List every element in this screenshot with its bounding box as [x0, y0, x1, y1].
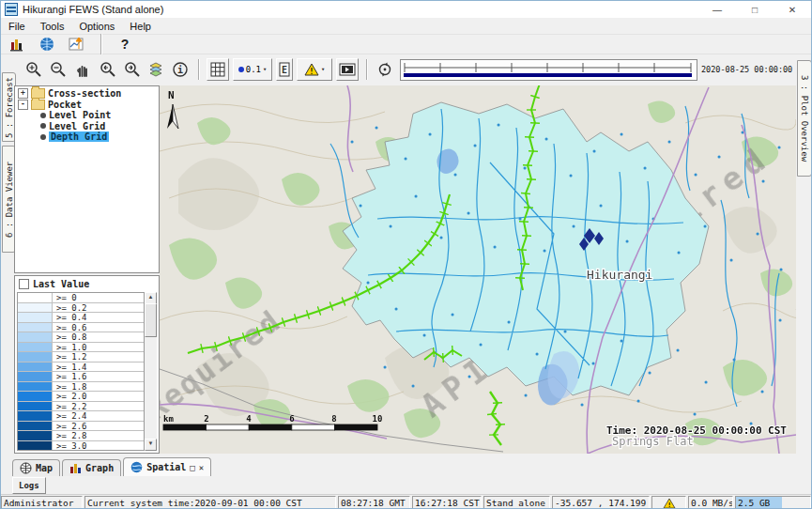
- scale-ruler-button[interactable]: E: [276, 58, 293, 81]
- time-slider[interactable]: [400, 59, 697, 81]
- zoom-next-icon[interactable]: [121, 59, 142, 80]
- timeseries-chart-icon[interactable]: [67, 34, 87, 54]
- legend-label: >= 0.2: [53, 303, 87, 313]
- legend-row[interactable]: >= 1.6: [18, 372, 156, 382]
- legend-row[interactable]: >= 0: [18, 293, 156, 303]
- minimize-button[interactable]: —: [698, 1, 736, 18]
- status-memory: 2.5 GB: [735, 496, 811, 509]
- map-view[interactable]: API Key Required API Key Required: [160, 85, 796, 454]
- status-transfer-rate: 0.0 MB/s: [688, 496, 733, 509]
- info-icon[interactable]: i: [170, 59, 191, 80]
- legend-row[interactable]: >= 1.8: [18, 382, 156, 393]
- bullet-icon: [40, 113, 46, 118]
- legend-label: >= 0.4: [53, 313, 87, 322]
- menu-options[interactable]: Options: [71, 20, 122, 33]
- window-title: Hikurangi FEWS (Stand alone): [23, 4, 163, 15]
- legend-swatch: [18, 372, 53, 381]
- class-value-dropdown[interactable]: 0.1 ▾: [233, 58, 272, 81]
- grid-toggle-button[interactable]: [207, 58, 229, 81]
- tree-node-level-point[interactable]: Level Point: [15, 110, 159, 121]
- legend-row[interactable]: >= 0.4: [18, 313, 156, 323]
- legend-label: >= 2.8: [53, 431, 87, 440]
- tree-node-depth-grid[interactable]: Depth Grid: [15, 131, 159, 143]
- legend-row[interactable]: >= 2.0: [18, 392, 156, 402]
- legend-row[interactable]: >= 1.2: [18, 352, 156, 362]
- legend-row[interactable]: >= 1.0: [18, 343, 156, 353]
- scroll-down-icon[interactable]: ▼: [145, 439, 157, 451]
- legend-swatch: [18, 323, 53, 332]
- zoom-out-icon[interactable]: [48, 59, 69, 80]
- legend-row[interactable]: >= 2.2: [18, 402, 156, 412]
- legend-label: >= 2.6: [53, 422, 87, 431]
- status-warning-cell[interactable]: !: [651, 496, 686, 509]
- undock-icon[interactable]: □: [190, 463, 194, 472]
- legend-row[interactable]: >= 3.0: [18, 441, 156, 452]
- legend-label: >= 3.0: [53, 441, 87, 451]
- help-button[interactable]: ?: [115, 34, 135, 54]
- tab-map[interactable]: Map: [12, 459, 60, 476]
- tab-plot-overview[interactable]: 3 : Plot Overview: [797, 60, 812, 177]
- legend-scrollbar[interactable]: ▲ ▼: [144, 292, 157, 451]
- layers-icon[interactable]: [146, 59, 166, 80]
- svg-text:N: N: [168, 89, 175, 101]
- legend-swatch: [18, 422, 53, 431]
- last-value-checkbox[interactable]: [19, 279, 29, 289]
- database-bars-icon[interactable]: [7, 34, 27, 54]
- legend-row[interactable]: >= 1.4: [18, 362, 156, 373]
- fews-window: Hikurangi FEWS (Stand alone) — □ ✕ File …: [0, 0, 812, 509]
- status-coordinates: -35.657 , 174.199: [552, 496, 650, 509]
- legend-label: >= 2.4: [53, 411, 87, 421]
- warning-icon: !: [663, 498, 676, 509]
- legend-row[interactable]: >= 0.2: [18, 303, 156, 314]
- scrollbar-thumb[interactable]: [145, 303, 157, 337]
- tree-node-pocket[interactable]: - Pocket: [15, 100, 159, 111]
- time-slider-track: [401, 60, 695, 78]
- zoom-in-icon[interactable]: [23, 59, 44, 80]
- legend-row[interactable]: >= 2.4: [18, 411, 156, 422]
- pan-hand-icon[interactable]: [72, 59, 93, 80]
- legend-label: >= 1.0: [53, 343, 87, 352]
- class-value-label: 0.1: [246, 65, 261, 74]
- maximize-button[interactable]: □: [736, 1, 774, 18]
- close-button[interactable]: ✕: [774, 1, 811, 18]
- svg-text:km: km: [163, 414, 174, 424]
- blue-globe-icon: [130, 461, 143, 473]
- title-bar: Hikurangi FEWS (Stand alone) — □ ✕: [1, 1, 811, 18]
- legend-label: >= 2.2: [53, 402, 87, 411]
- legend-row[interactable]: >= 0.8: [18, 332, 156, 343]
- legend-swatch: [18, 303, 53, 313]
- svg-text:2: 2: [204, 414, 208, 424]
- status-bar: Administrator Current system time:2020-0…: [1, 494, 811, 509]
- legend-label: >= 1.6: [53, 372, 87, 381]
- legend-label: >= 0.8: [53, 332, 87, 342]
- time-slider-bar[interactable]: [404, 73, 692, 77]
- legend-swatch: [18, 293, 53, 302]
- svg-text:!: !: [309, 68, 314, 76]
- status-gmt-time: 08:27:18 GMT: [338, 496, 410, 509]
- town-label: Hikurangi: [587, 268, 652, 282]
- tree-node-level-grid[interactable]: Level Grid: [15, 121, 159, 132]
- zoom-previous-icon[interactable]: [97, 59, 117, 80]
- thresholds-dropdown[interactable]: ! ▾: [297, 58, 332, 81]
- status-user: Administrator: [1, 496, 83, 509]
- tab-graph[interactable]: Graph: [62, 459, 121, 476]
- legend-row[interactable]: >= 0.6: [18, 323, 156, 333]
- svg-text:8: 8: [331, 414, 336, 424]
- globe-icon[interactable]: [37, 34, 57, 54]
- menu-file[interactable]: File: [1, 20, 33, 33]
- legend-swatch: [18, 431, 53, 440]
- menu-help[interactable]: Help: [122, 20, 159, 33]
- animation-movie-button[interactable]: [336, 58, 359, 81]
- tab-spatial[interactable]: Spatial □ ✕: [123, 457, 211, 476]
- legend-row[interactable]: >= 2.8: [18, 431, 156, 441]
- close-tab-icon[interactable]: ✕: [199, 463, 204, 472]
- expand-plus-icon[interactable]: +: [18, 88, 28, 99]
- menu-tools[interactable]: Tools: [33, 20, 72, 33]
- refresh-rotate-icon[interactable]: [375, 59, 395, 80]
- legend-row[interactable]: >= 2.6: [18, 422, 156, 432]
- status-mode: Stand alone: [483, 496, 550, 509]
- collapse-minus-icon[interactable]: -: [18, 100, 28, 110]
- last-value-row: Last Value: [15, 276, 159, 291]
- legend-label: >= 1.2: [53, 352, 87, 362]
- logs-button[interactable]: Logs: [12, 477, 46, 494]
